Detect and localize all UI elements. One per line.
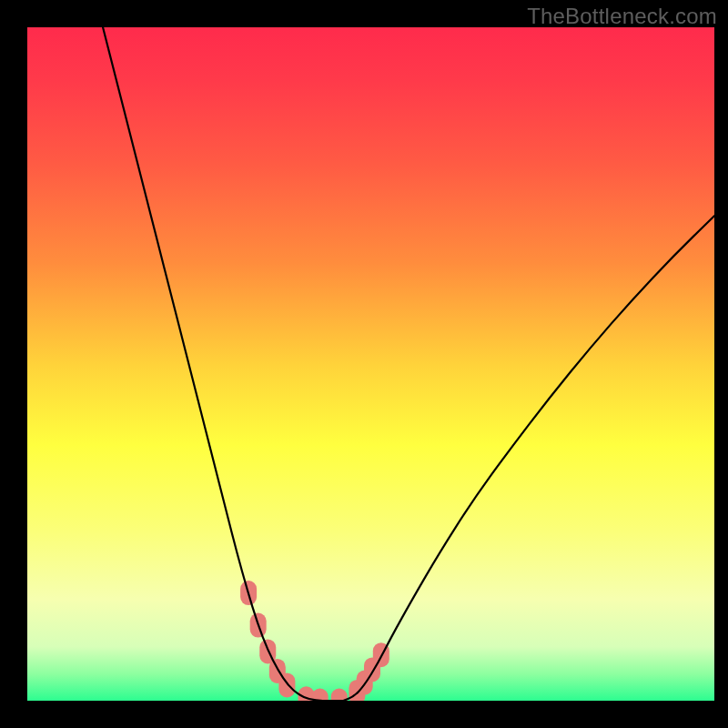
marker-group [240, 581, 389, 701]
watermark-text: TheBottleneck.com [527, 4, 717, 29]
bottleneck-curve [103, 27, 714, 701]
curve-layer [27, 27, 714, 701]
plot-area [27, 27, 714, 701]
highlight-marker [331, 689, 348, 702]
chart-stage: TheBottleneck.com [0, 0, 728, 728]
